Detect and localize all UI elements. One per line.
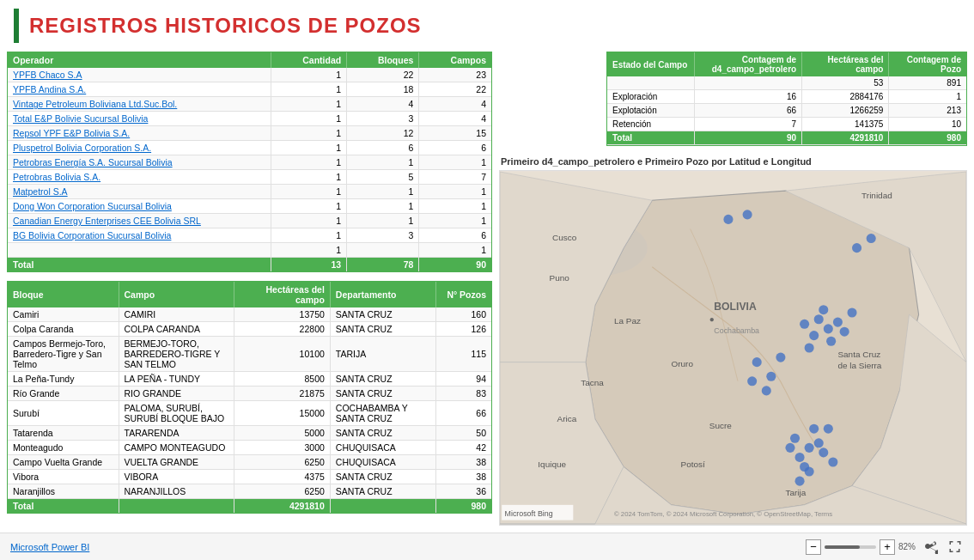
zoom-slider[interactable]: [825, 545, 876, 549]
svg-text:Microsoft Bing: Microsoft Bing: [505, 509, 553, 518]
operator-cell-11-1: 1: [271, 228, 347, 243]
contagem-pozo-col-header: Contagem de Pozo: [889, 52, 966, 76]
operator-table-row: Repsol YPF E&P Bolivia S.A.11215: [8, 126, 491, 141]
operator-cell-1-2: 18: [347, 82, 419, 97]
estado-total-cell-2: 4291810: [802, 131, 889, 145]
svg-point-11: [805, 343, 814, 352]
campos-col-header: Campos: [419, 52, 491, 68]
operator-cell-11-0: BG Bolivia Corporation Sucursal Bolivia: [8, 228, 271, 243]
block-total-cell-0: Total: [8, 499, 119, 514]
estado-cell-0-0: [607, 76, 694, 90]
block-total-row: Total4291810980: [8, 499, 491, 514]
svg-point-30: [766, 372, 776, 381]
operator-cell-2-2: 4: [347, 97, 419, 112]
operator-cell-4-0: Repsol YPF E&P Bolivia S.A.: [8, 126, 271, 141]
block-cell-6-0: Tatarenda: [8, 426, 119, 441]
block-cell-10-0: Naranjillos: [8, 484, 119, 499]
block-cell-1-1: COLPA CARANDA: [119, 322, 234, 337]
bloque-col-header: Bloque: [8, 282, 119, 307]
operator-cell-12-0: [8, 243, 271, 258]
estado-table-row: Explotación661266259213: [607, 104, 966, 118]
estado-cell-3-1: 7: [694, 118, 801, 131]
operator-cell-9-0: Dong Won Corporation Sucursal Bolivia: [8, 199, 271, 214]
svg-point-5: [824, 324, 833, 333]
estado-table-row: Exploración1628841761: [607, 90, 966, 104]
block-cell-8-4: 38: [435, 455, 491, 470]
estado-cell-0-2: 53: [802, 76, 889, 90]
operator-total-cell-2: 78: [347, 258, 419, 272]
block-table-row: Río GrandeRIO GRANDE21875SANTA CRUZ83: [8, 387, 491, 401]
map-container[interactable]: Cusco Trinidad Puno La Paz BOLIVIA ● Coc…: [499, 170, 967, 526]
block-cell-9-3: SANTA CRUZ: [330, 470, 435, 484]
header-accent: [14, 9, 19, 43]
operator-col-header: Operador: [8, 52, 271, 68]
bottom-bar: Microsoft Power BI − + 82%: [0, 533, 974, 560]
block-cell-9-0: Vibora: [8, 470, 119, 484]
block-cell-10-4: 36: [435, 484, 491, 499]
block-cell-0-0: Camiri: [8, 307, 119, 322]
powerbi-link[interactable]: Microsoft Power BI: [10, 542, 89, 552]
estado-cell-1-2: 2884176: [802, 90, 889, 104]
operator-cell-3-2: 3: [347, 112, 419, 126]
estado-table: Estado del Campo Contagem de d4_campo_pe…: [607, 52, 966, 145]
svg-point-12: [847, 307, 856, 317]
estado-cell-1-0: Exploración: [607, 90, 694, 104]
operator-cell-5-0: Pluspetrol Bolivia Corporation S.A.: [8, 141, 271, 155]
estado-cell-3-3: 10: [889, 118, 966, 131]
operator-cell-4-1: 1: [271, 126, 347, 141]
block-cell-9-4: 38: [435, 470, 491, 484]
estado-total-cell-3: 980: [889, 131, 966, 145]
block-cell-4-1: RIO GRANDE: [119, 387, 234, 401]
svg-point-26: [743, 210, 752, 219]
operator-cell-5-2: 6: [347, 141, 419, 155]
operator-cell-9-3: 1: [419, 199, 491, 214]
zoom-minus-button[interactable]: −: [806, 539, 821, 555]
estado-table-container: Estado del Campo Contagem de d4_campo_pe…: [606, 52, 967, 146]
operator-table-row: Total E&P Bolivie Sucursal Bolivia134: [8, 112, 491, 126]
block-cell-0-1: CAMIRI: [119, 307, 234, 322]
svg-text:Cochabamba: Cochabamba: [714, 326, 759, 335]
svg-point-33: [762, 386, 771, 395]
svg-text:Santa Cruz: Santa Cruz: [837, 350, 880, 359]
svg-point-7: [819, 305, 828, 314]
svg-point-20: [785, 443, 794, 453]
operator-cell-0-2: 22: [347, 68, 419, 82]
svg-point-17: [814, 438, 824, 447]
svg-text:Cusco: Cusco: [552, 233, 577, 242]
svg-point-6: [809, 331, 819, 340]
operator-total-cell-0: Total: [8, 258, 271, 272]
estado-col-header: Estado del Campo: [607, 52, 694, 76]
block-total-cell-1: [119, 499, 234, 514]
zoom-plus-button[interactable]: +: [880, 539, 895, 555]
block-table-row: La Peña-TundyLA PEÑA - TUNDY8500SANTA CR…: [8, 372, 491, 387]
operator-total-row: Total137890: [8, 258, 491, 272]
svg-point-4: [814, 314, 824, 324]
page-title: REGISTROS HISTORICOS DE POZOS: [29, 14, 422, 38]
share-button[interactable]: [922, 539, 940, 556]
departamento-col-header: Departamento: [330, 282, 435, 307]
block-table-row: Campos Bermejo-Toro, Barredero-Tigre y S…: [8, 337, 491, 372]
svg-point-28: [852, 243, 861, 253]
block-cell-4-3: SANTA CRUZ: [330, 387, 435, 401]
estado-cell-2-0: Explotación: [607, 104, 694, 118]
svg-text:Puno: Puno: [550, 273, 570, 283]
svg-text:© 2024 TomTom, © 2024 Microsof: © 2024 TomTom, © 2024 Microsoft Corporat…: [614, 510, 832, 518]
svg-point-31: [776, 353, 785, 362]
estado-cell-0-1: [694, 76, 801, 90]
page-container: REGISTROS HISTORICOS DE POZOS Operador C…: [0, 0, 974, 560]
operator-cell-1-0: YPFB Andina S.A.: [8, 82, 271, 97]
operator-cell-12-1: 1: [271, 243, 347, 258]
operator-table-row: Matpetrol S.A111: [8, 185, 491, 199]
svg-text:BOLIVIA: BOLIVIA: [714, 301, 757, 313]
operator-cell-9-2: 1: [347, 199, 419, 214]
estado-cell-2-3: 213: [889, 104, 966, 118]
operator-cell-6-1: 1: [271, 155, 347, 170]
block-table-row: SurubíPALOMA, SURUBÍ, SURUBÍ BLOQUE BAJO…: [8, 401, 491, 426]
fullscreen-button[interactable]: [947, 539, 964, 556]
block-cell-9-2: 4375: [234, 470, 330, 484]
block-cell-4-0: Río Grande: [8, 387, 119, 401]
block-cell-5-4: 66: [435, 401, 491, 426]
block-table-row: MonteagudoCAMPO MONTEAGUDO3000CHUQUISACA…: [8, 441, 491, 455]
zoom-controls: − + 82%: [806, 539, 916, 555]
block-cell-1-2: 22800: [234, 322, 330, 337]
